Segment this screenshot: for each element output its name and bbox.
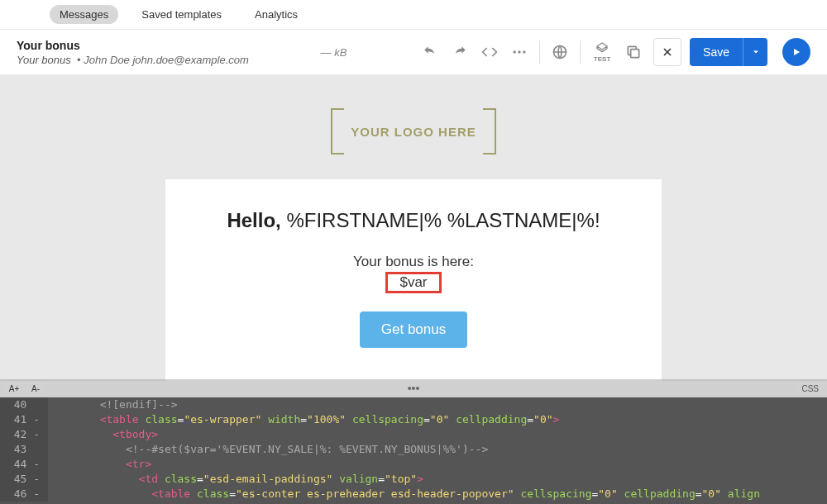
message-subtitle: Your bonus • John Doe john.doe@example.c… (17, 54, 249, 66)
message-from: • John Doe john.doe@example.com (74, 54, 248, 66)
line-number[interactable]: 42 - (0, 427, 48, 442)
language-button[interactable] (548, 40, 571, 64)
code-line[interactable]: 40 <![endif]--> (0, 397, 827, 412)
svg-point-0 (514, 50, 516, 53)
header-title-block: Your bonus Your bonus • John Doe john.do… (17, 39, 249, 66)
line-number[interactable]: 43 (0, 442, 48, 457)
redo-button[interactable] (448, 40, 471, 64)
greeting-rest: %FIRSTNAME|% %LASTNAME|%! (281, 209, 600, 231)
undo-button[interactable] (418, 40, 442, 64)
test-button[interactable]: TEST (589, 40, 615, 64)
editor-header: Your bonus Your bonus • John Doe john.do… (0, 30, 827, 75)
logo-text: YOUR LOGO HERE (351, 125, 476, 139)
line-content[interactable]: <!--#set($var='%EVENT.NY_SALE|%: %EVENT.… (48, 442, 827, 457)
greeting-bold: Hello, (227, 209, 280, 231)
save-group: Save (690, 38, 767, 66)
code-line[interactable]: 45 - <td class="esd-email-paddings" vali… (0, 472, 827, 487)
close-button[interactable] (653, 38, 681, 66)
tab-analytics[interactable]: Analytics (245, 5, 308, 24)
tab-saved-templates[interactable]: Saved templates (131, 5, 232, 24)
code-line[interactable]: 42 - <tbody> (0, 427, 827, 442)
file-size-label: — kB (321, 46, 347, 59)
code-line[interactable]: 46 - <table class="es-conter es-preheade… (0, 487, 827, 502)
save-button[interactable]: Save (690, 38, 743, 66)
top-tabs: Messages Saved templates Analytics (0, 0, 827, 30)
bracket-left-icon (331, 108, 344, 155)
email-greeting[interactable]: Hello, %FIRSTNAME|% %LASTNAME|%! (198, 209, 629, 232)
line-number[interactable]: 45 - (0, 472, 48, 487)
variable-highlight[interactable]: $var (385, 272, 441, 293)
bonus-label[interactable]: Your bonus is here: (198, 254, 629, 270)
code-line[interactable]: 41 - <table class="es-wrapper" width="10… (0, 412, 827, 427)
css-toggle-button[interactable]: CSS (798, 383, 822, 395)
message-title: Your bonus (17, 39, 249, 52)
divider (539, 40, 540, 64)
get-bonus-button[interactable]: Get bonus (360, 311, 467, 348)
line-number[interactable]: 40 (0, 397, 48, 412)
line-number[interactable]: 41 - (0, 412, 48, 427)
line-content[interactable]: <tr> (48, 457, 827, 472)
line-content[interactable]: <tbody> (48, 427, 827, 442)
svg-point-1 (518, 50, 520, 53)
code-line[interactable]: 43 <!--#set($var='%EVENT.NY_SALE|%: %EVE… (0, 442, 827, 457)
editor-toolbar: A+ A- ••• CSS (0, 379, 827, 397)
line-number[interactable]: 46 - (0, 487, 48, 502)
email-preview: YOUR LOGO HERE Hello, %FIRSTNAME|% %LAST… (165, 108, 662, 381)
line-content[interactable]: <table class="es-conter es-preheader esd… (48, 487, 827, 502)
save-dropdown[interactable] (743, 38, 767, 66)
svg-rect-4 (631, 50, 639, 58)
line-number[interactable]: 44 - (0, 457, 48, 472)
email-body: Hello, %FIRSTNAME|% %LASTNAME|%! Your bo… (165, 179, 662, 381)
line-content[interactable]: <![endif]--> (48, 397, 827, 412)
copy-button[interactable] (622, 40, 645, 64)
email-canvas[interactable]: YOUR LOGO HERE Hello, %FIRSTNAME|% %LAST… (0, 75, 827, 381)
divider (580, 40, 581, 64)
font-decrease-button[interactable]: A- (26, 381, 45, 396)
play-button[interactable] (782, 38, 810, 66)
line-content[interactable]: <td class="esd-email-paddings" valign="t… (48, 472, 827, 487)
font-increase-button[interactable]: A+ (5, 381, 23, 396)
code-editor[interactable]: 40 <![endif]-->41 - <table class="es-wra… (0, 397, 827, 504)
header-actions: TEST Save (418, 38, 810, 66)
test-label: TEST (594, 55, 610, 63)
message-subtitle-name: Your bonus (17, 54, 71, 66)
panel-drag-handle[interactable]: ••• (408, 382, 420, 395)
code-line[interactable]: 44 - <tr> (0, 457, 827, 472)
line-content[interactable]: <table class="es-wrapper" width="100%" c… (48, 412, 827, 427)
more-menu-button[interactable] (508, 40, 531, 64)
bracket-right-icon (483, 108, 496, 155)
svg-point-2 (523, 50, 525, 53)
logo-placeholder[interactable]: YOUR LOGO HERE (165, 108, 662, 155)
code-view-button[interactable] (478, 40, 501, 64)
tab-messages[interactable]: Messages (50, 5, 118, 24)
